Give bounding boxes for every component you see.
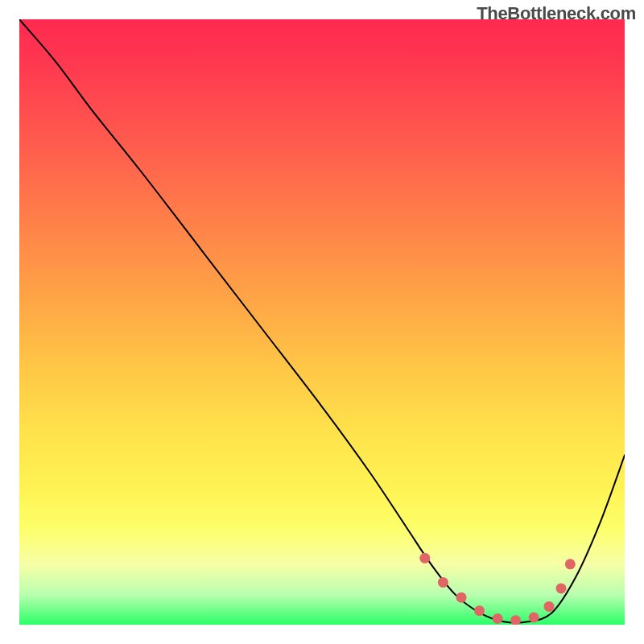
optimal-dot [474, 605, 485, 616]
optimal-dot [419, 553, 430, 564]
optimal-dot [456, 592, 467, 603]
curve-layer [19, 19, 625, 625]
optimal-dot [493, 613, 503, 624]
optimal-dot [438, 577, 448, 588]
optimal-zone-dots [419, 553, 576, 625]
optimal-dot [510, 615, 521, 625]
chart-container: TheBottleneck.com [0, 0, 644, 644]
optimal-dot [556, 583, 567, 593]
optimal-dot [565, 559, 576, 569]
optimal-dot [529, 613, 539, 623]
bottleneck-curve [19, 19, 625, 623]
optimal-dot [544, 601, 555, 612]
plot-area [19, 19, 625, 625]
